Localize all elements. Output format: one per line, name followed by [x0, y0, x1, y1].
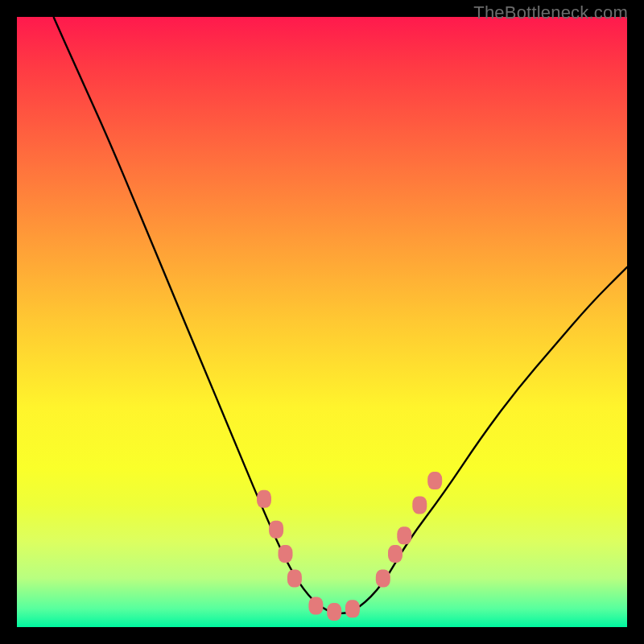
bottleneck-curve: [54, 17, 628, 613]
left-marker: [257, 490, 271, 508]
left-marker: [287, 569, 302, 587]
watermark-text: TheBottleneck.com: [473, 2, 628, 23]
bottom-marker: [327, 603, 341, 621]
right-marker: [388, 545, 402, 563]
curve-markers: [257, 472, 442, 621]
left-marker: [279, 545, 293, 563]
right-marker: [376, 569, 390, 587]
bottom-marker: [308, 597, 323, 615]
right-marker: [397, 526, 411, 544]
left-marker: [269, 521, 283, 539]
chart-svg: [17, 17, 627, 627]
right-marker: [412, 496, 427, 514]
right-marker: [427, 472, 442, 489]
bottom-marker: [345, 600, 360, 617]
chart-area: [17, 17, 627, 627]
